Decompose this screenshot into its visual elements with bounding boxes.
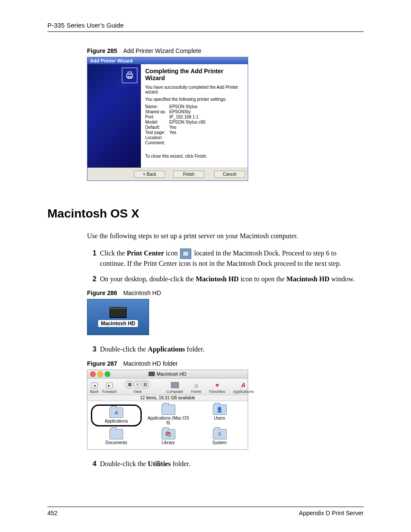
figure-286-caption-text: Macintosh HD [123, 289, 161, 296]
add-printer-wizard-window: Add Printer Wizard Completing the Add Pr… [87, 57, 248, 181]
column-view-icon: ▥ [142, 381, 149, 387]
step-1-text-a: Click the [100, 249, 127, 257]
folder-label: Users [214, 416, 225, 420]
folder-applications[interactable]: A Applications [91, 404, 142, 426]
computer-button[interactable]: Computer [166, 382, 184, 394]
home-icon: ⌂ [192, 382, 201, 389]
wizard-footer: < Back Finish Cancel [87, 168, 248, 180]
figure-287-caption-text: Macintosh HD folder [123, 360, 178, 367]
figure-286-caption-bold: Figure 286 [87, 289, 117, 296]
print-center-icon [180, 249, 191, 259]
figure-285-caption-bold: Figure 285 [87, 47, 117, 54]
intro-paragraph: Use the following steps to set up a prin… [87, 232, 364, 241]
step-4: 4 Double-click the Utilities folder. [87, 459, 364, 469]
step-2-bold-hd2: Macintosh HD [286, 275, 330, 283]
svg-rect-0 [127, 74, 133, 78]
view-switcher[interactable]: ▦ ≡ ▥ View [124, 380, 151, 394]
wizard-row-comment: Comment: [145, 140, 243, 145]
folder-system[interactable]: X System [198, 429, 241, 445]
step-1: 1 Click the Print Center icon located in… [87, 249, 364, 268]
wizard-row-model: Model:EPSON Stylus c60 [145, 120, 243, 124]
folder-icon: 📚 [162, 429, 175, 439]
step-3-bold-applications: Applications [148, 345, 185, 353]
step-2-bold-hd1: Macintosh HD [196, 275, 239, 283]
folder-library[interactable]: 📚 Library [147, 429, 190, 445]
svg-rect-1 [128, 72, 131, 74]
folder-label: Documents [106, 440, 128, 445]
step-2: 2 On your desktop, double-click the Maci… [87, 274, 364, 284]
folder-icon: A [109, 408, 123, 418]
list-view-icon: ≡ [134, 381, 141, 387]
wizard-close-hint: To close this wizard, click Finish. [145, 154, 243, 159]
folder-label: Applications [105, 419, 128, 423]
folder-users[interactable]: 👤 Users [198, 404, 241, 426]
applications-button[interactable]: AApplications [233, 382, 254, 394]
wizard-success-text: You have successfully completed the Add … [145, 85, 243, 94]
page-number: 452 [47, 510, 57, 516]
forward-button[interactable]: ▸Forward [102, 383, 116, 394]
footer-section-label: Appendix D Print Server [299, 510, 364, 516]
applications-a-icon: A [239, 382, 248, 389]
step-3-number: 3 [87, 345, 97, 354]
wizard-settings-intro: You specified the following printer sett… [145, 97, 243, 102]
folder-label: Library [162, 440, 175, 445]
step-4-text-c: folder. [171, 460, 190, 467]
home-button[interactable]: ⌂Home [191, 382, 202, 394]
finder-titlebar: Macintosh HD [87, 370, 248, 379]
step-4-text-a: Double-click the [100, 460, 148, 467]
hard-drive-mini-icon [149, 372, 155, 376]
icon-view-icon: ▦ [126, 381, 133, 387]
step-4-number: 4 [87, 459, 97, 469]
figure-285-caption: Figure 285 Add Printer Wizard Complete [87, 47, 364, 54]
folder-label: Applications (Mac OS 9) [147, 416, 190, 425]
step-2-text-c: icon to open the [239, 275, 286, 283]
wizard-heading: Completing the Add Printer Wizard [145, 68, 243, 81]
wizard-row-name: Name:EPSON Stylus [145, 104, 243, 109]
section-heading-macintosh-osx: Macintosh OS X [47, 207, 364, 221]
folder-label: System [212, 440, 227, 445]
step-1-text-c: icon [164, 249, 180, 257]
page-footer: 452 Appendix D Print Server [47, 507, 364, 516]
back-arrow-icon: ◂ [91, 383, 98, 389]
computer-icon [171, 382, 179, 388]
step-4-bold-utilities: Utilities [148, 460, 171, 467]
finder-toolbar: ◂Back ▸Forward ▦ ≡ ▥ View Computer ⌂Home… [87, 379, 248, 395]
forward-arrow-icon: ▸ [106, 383, 113, 389]
finder-icon-grid: A Applications Applications (Mac OS 9) 👤… [87, 401, 248, 449]
figure-285-caption-text: Add Printer Wizard Complete [123, 47, 201, 54]
wizard-sidebar-art [87, 64, 141, 168]
heart-icon: ♥ [213, 382, 221, 389]
finish-button[interactable]: Finish [173, 171, 204, 178]
folder-icon [109, 429, 123, 439]
figure-287-caption-bold: Figure 287 [87, 360, 117, 367]
folder-icon [162, 404, 175, 415]
folder-documents[interactable]: Documents [95, 429, 138, 445]
figure-287-caption: Figure 287 Macintosh HD folder [87, 360, 364, 367]
wizard-titlebar: Add Printer Wizard [87, 57, 248, 64]
cancel-button[interactable]: Cancel [214, 171, 245, 178]
finder-window-title: Macintosh HD [87, 371, 248, 376]
favorites-button[interactable]: ♥Favorites [209, 382, 225, 394]
step-2-text-a: On your desktop, double-click the [100, 275, 196, 283]
step-2-number: 2 [87, 274, 97, 284]
hard-drive-icon [109, 307, 127, 317]
step-1-number: 1 [87, 249, 97, 268]
wizard-row-default: Default:Yes [145, 125, 243, 130]
step-3-text-a: Double-click the [100, 345, 148, 353]
step-3-text-c: folder. [185, 345, 204, 353]
back-button[interactable]: < Back [134, 171, 165, 178]
printer-icon [122, 68, 137, 83]
wizard-row-test: Test page:Yes [145, 130, 243, 135]
step-1-bold-print-center: Print Center [127, 249, 164, 257]
finder-window: Macintosh HD ◂Back ▸Forward ▦ ≡ ▥ View C… [87, 370, 248, 450]
running-header: P-335 Series User's Guide [47, 22, 364, 32]
finder-status-bar: 12 items, 19.31 GB available [87, 395, 248, 401]
step-2-text-e: window. [330, 275, 355, 283]
folder-icon: 👤 [213, 404, 227, 415]
macintosh-hd-desktop-icon[interactable]: Macintosh HD [87, 299, 149, 335]
back-button[interactable]: ◂Back [90, 383, 99, 394]
wizard-row-port: Port:IP_192.168.1.1 [145, 115, 243, 119]
step-3: 3 Double-click the Applications folder. [87, 345, 364, 354]
folder-applications-os9[interactable]: Applications (Mac OS 9) [147, 404, 190, 426]
folder-icon: X [213, 429, 227, 439]
